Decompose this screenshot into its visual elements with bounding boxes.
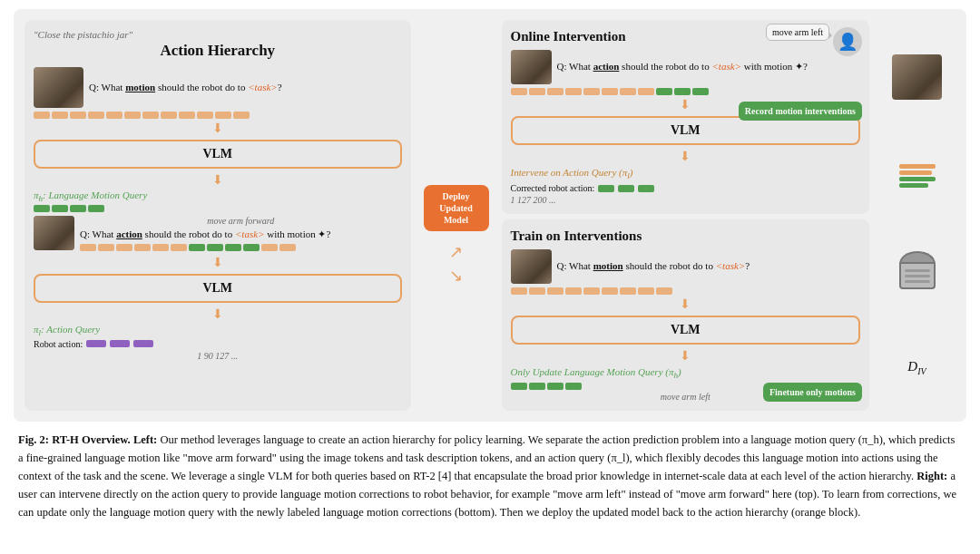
left-bottom-img-col: [34, 216, 74, 250]
side-bars: [899, 164, 936, 188]
green-token-3: [70, 205, 86, 212]
corrected-label: Corrected robot action:: [511, 183, 595, 193]
only-update-label: Only Update Language Motion Query (πh): [511, 366, 861, 380]
right-bottom-vlm: VLM: [511, 316, 861, 345]
curved-arrow-2: ↘: [449, 266, 463, 286]
left-pi-l-label: πl: Action Query: [34, 324, 402, 337]
token-orange-3: [70, 112, 86, 119]
right-side-bar: DIV: [878, 20, 956, 411]
left-robot-action-row: Robot action:: [34, 339, 402, 349]
right-bottom-panel: Train on Interventions Q: What motion sh…: [502, 219, 870, 411]
main-container: "Close the pistachio jar" Action Hierarc…: [0, 0, 980, 530]
token-orange-12: [233, 112, 250, 119]
right-bottom-robot-img: [511, 249, 552, 284]
left-bottom-tokens: [80, 244, 402, 251]
left-arrow-down-3: ⬇: [34, 255, 402, 270]
operator-icon: 👤: [833, 27, 862, 56]
record-box: Record motion interventions: [739, 102, 862, 121]
diagram-area: "Close the pistachio jar" Action Hierarc…: [14, 9, 966, 422]
fig-label: Fig. 2:: [18, 433, 49, 446]
right-bottom-query-text: Q: What motion should the robot do to <t…: [557, 259, 750, 273]
right-top-arrow-down-2: ⬇: [511, 149, 861, 164]
right-panels: move arm left 👤 Online Intervention Q: W…: [502, 20, 870, 411]
left-arrow-down-2: ⬇: [34, 172, 402, 188]
right-top-robot-img: [511, 50, 552, 84]
left-bottom-right: move arm forward Q: What action should t…: [80, 216, 402, 252]
left-green-tokens: [34, 205, 402, 212]
database-icon: [899, 251, 936, 296]
right-top-tokens: [511, 88, 861, 95]
caption-left-text: Our method leverages language to create …: [18, 433, 955, 482]
deploy-box: Deploy Updated Model: [424, 185, 489, 231]
left-arrow-down-1: ⬇: [34, 121, 402, 136]
left-arrow-down-4: ⬇: [34, 306, 402, 322]
token-orange-9: [179, 112, 195, 119]
left-top-query-row: Q: What motion should the robot do to <t…: [34, 67, 402, 108]
green-token-1: [34, 205, 50, 212]
token-orange-7: [142, 112, 159, 119]
caption-left-bold: Left:: [133, 433, 157, 446]
token-orange-2: [52, 112, 68, 119]
side-green-bar-1: [899, 177, 936, 181]
left-italic-label: "Close the pistachio jar": [34, 29, 132, 40]
side-green-bar-2: [899, 183, 928, 188]
token-orange-8: [161, 112, 177, 119]
right-top-panel: move arm left 👤 Online Intervention Q: W…: [502, 20, 870, 214]
caption-right-bold: Right:: [916, 470, 947, 482]
robot-action-label: Robot action:: [34, 339, 83, 349]
side-orange-bar-1: [899, 164, 936, 169]
left-top-tokens: [34, 112, 402, 119]
left-numbers-label: 1 90 127 ...: [34, 351, 402, 361]
corrected-row: Corrected robot action:: [511, 183, 861, 193]
left-vlm-top: VLM: [34, 140, 402, 169]
speech-bubble: move arm left: [766, 24, 829, 41]
right-bottom-tokens: [511, 287, 861, 295]
token-orange-1: [34, 112, 50, 119]
side-robot-img: [892, 54, 942, 100]
deploy-label-line2: Updated: [431, 202, 482, 214]
green-token-4: [88, 205, 104, 212]
d-iv-sub: IV: [917, 366, 926, 376]
left-pi-h-label: πh: Language Motion Query: [34, 190, 402, 203]
token-orange-4: [88, 112, 104, 119]
right-top-query-text: Q: What action should the robot do to <t…: [557, 60, 808, 73]
right-bottom-arrow-2: ⬇: [511, 348, 861, 364]
left-panel: "Close the pistachio jar" Action Hierarc…: [24, 20, 411, 411]
curved-arrow: ↗: [449, 242, 463, 262]
right-bottom-query-row: Q: What motion should the robot do to <t…: [511, 249, 861, 284]
left-bottom-query-text: Q: What action should the robot do to <t…: [80, 228, 402, 241]
intervene-label: Intervene on Action Query (πl): [511, 167, 861, 180]
green-token-2: [52, 205, 68, 212]
token-orange-6: [124, 112, 141, 119]
deploy-label-line3: Model: [431, 214, 482, 226]
record-label: Record motion interventions: [745, 105, 856, 117]
right-top-numbers: 1 127 200 ...: [511, 195, 861, 205]
right-top-query-row: Q: What action should the robot do to <t…: [511, 50, 861, 84]
caption: Fig. 2: RT-H Overview. Left: Our method …: [14, 431, 966, 521]
left-panel-title: Action Hierarchy: [34, 42, 402, 60]
finetune-label: Finetune only motions: [769, 386, 856, 398]
connect-middle: Deploy Updated Model ↗ ↘: [420, 20, 493, 411]
left-bottom-section: move arm forward Q: What action should t…: [34, 216, 402, 252]
token-orange-10: [197, 112, 213, 119]
token-orange-5: [106, 112, 122, 119]
deploy-label-line1: Deploy: [431, 190, 482, 202]
left-robot-image-top: [34, 67, 83, 108]
left-robot-image-bottom: [34, 216, 74, 250]
caption-title-bold: RT-H Overview.: [52, 433, 131, 446]
left-vlm-bottom: VLM: [34, 274, 402, 303]
move-arm-forward-label: move arm forward: [80, 216, 402, 226]
side-orange-bar-2: [899, 170, 932, 175]
right-bottom-title: Train on Interventions: [511, 228, 861, 244]
finetune-box: Finetune only motions: [763, 383, 862, 402]
token-orange-11: [215, 112, 231, 119]
right-bottom-arrow-1: ⬇: [511, 296, 861, 312]
left-top-query-text: Q: What motion should the robot do to <t…: [89, 81, 282, 94]
d-iv-label: DIV: [907, 359, 926, 376]
connect-arrows: ↗ ↘: [449, 242, 463, 286]
